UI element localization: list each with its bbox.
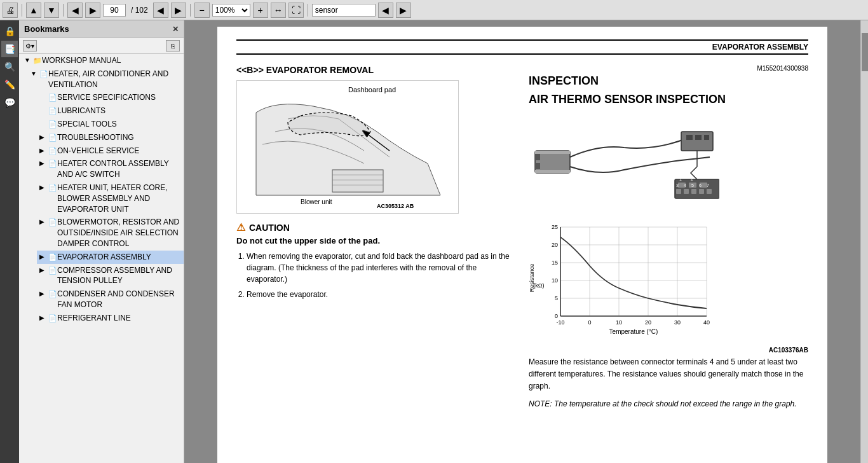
sidebar-icon-search[interactable]: 🔍 [1, 59, 18, 75]
tree-item-heater-unit[interactable]: ▶ 📄 HEATER UNIT, HEATER CORE, BLOWER ASS… [37, 181, 184, 216]
scrollbar-thumb[interactable] [862, 33, 868, 71]
svg-rect-20 [676, 189, 681, 194]
page-back-button[interactable]: ◀ [153, 3, 168, 18]
tree-label-on-vehicle: ON-VEHICLE SERVICE [57, 146, 181, 156]
tree-icon-troubleshooting: 📄 [48, 133, 57, 142]
left-column: <<B>> EVAPORATOR REMOVAL Dashboard pad [236, 65, 516, 410]
sidebar-icon-bookmarks[interactable]: 📑 [1, 41, 18, 57]
forward-button[interactable]: ▼ [44, 3, 59, 18]
svg-text:Blower unit: Blower unit [301, 198, 332, 205]
svg-rect-10 [535, 151, 570, 154]
bookmarks-header: Bookmarks ✕ [19, 20, 184, 38]
sensor-title: AIR THERMO SENSOR INSPECTION [529, 93, 808, 106]
inspection-title: INSPECTION [529, 74, 808, 88]
zoom-in-button[interactable]: + [253, 3, 268, 18]
tree-expand-condenser: ▶ [39, 289, 48, 298]
svg-text:1: 1 [679, 177, 682, 181]
svg-rect-15 [704, 135, 709, 140]
tree-item-troubleshooting[interactable]: ▶ 📄 TROUBLESHOOTING [37, 131, 184, 144]
fit-width-button[interactable]: ↔ [271, 3, 286, 18]
bookmarks-panel: Bookmarks ✕ ⚙▾ ⎘ ▼ 📁 WORKSHOP MANUAL ▼ 📄… [19, 20, 184, 463]
tree-item-heater[interactable]: ▼ 📄 HEATER, AIR CONDITIONER AND VENTILAT… [28, 67, 184, 92]
nav-prev-button[interactable]: ◀ [67, 3, 83, 18]
right-column: M1552014300938 INSPECTION AIR THERMO SEN… [529, 65, 808, 410]
note-text: NOTE: The temperature at the check shoul… [529, 398, 808, 410]
page-content: EVAPORATOR ASSEMBLY <<B>> EVAPORATOR REM… [217, 27, 827, 463]
nav-next-button[interactable]: ▶ [85, 3, 100, 18]
tree-icon-special-tools: 📄 [48, 120, 57, 129]
sidebar-icon-annotations[interactable]: ✏️ [1, 76, 18, 93]
bookmarks-title: Bookmarks [24, 24, 69, 34]
tree-label-condenser: CONDENSER AND CONDENSER FAN MOTOR [57, 289, 181, 310]
svg-rect-22 [691, 189, 696, 194]
svg-text:AC305312 AB: AC305312 AB [377, 203, 414, 209]
svg-text:25: 25 [552, 224, 558, 230]
tree-label-heater-control: HEATER CONTROL ASSEMBLY AND A/C SWITCH [57, 158, 181, 180]
tree-item-service-spec[interactable]: 📄 SERVICE SPECIFICATIONS [37, 91, 184, 104]
search-next-button[interactable]: ▶ [396, 3, 411, 18]
step-1: When removing the evaporator, cut and fo… [247, 251, 516, 285]
svg-text:-10: -10 [556, 319, 564, 326]
svg-text:5: 5 [555, 295, 558, 301]
svg-text:7: 7 [707, 183, 709, 188]
search-prev-button[interactable]: ◀ [378, 3, 393, 18]
tree-label-service-spec: SERVICE SPECIFICATIONS [57, 92, 181, 103]
svg-text:6: 6 [699, 183, 702, 188]
tree-item-blower[interactable]: ▶ 📄 BLOWERMOTOR, RESISTOR AND OUTSIDE/IN… [37, 216, 184, 250]
tree-item-refrigerant[interactable]: ▶ 📄 REFRIGERANT LINE [37, 312, 184, 325]
caution-title: ⚠ CAUTION [236, 221, 516, 233]
panel-close-button[interactable]: ✕ [172, 25, 179, 34]
tree-icon-heater: 📄 [39, 69, 48, 79]
tree-expand-heater-control: ▶ [39, 159, 48, 168]
tree-icon-blower: 📄 [48, 218, 57, 227]
page-input[interactable]: 90 [103, 4, 126, 17]
tree-expand-heater: ▼ [31, 69, 39, 78]
tree-item-special-tools[interactable]: 📄 SPECIAL TOOLS [37, 118, 184, 131]
zoom-out-button[interactable]: − [194, 3, 210, 18]
fit-page-button[interactable]: ⛶ [288, 3, 304, 18]
page-total: / 102 [128, 6, 151, 15]
tree-item-workshop[interactable]: ▼ 📁 WORKSHOP MANUAL [19, 54, 184, 67]
sidebar-icon-lock[interactable]: 🔒 [1, 23, 18, 39]
tree-icon-lubricants: 📄 [48, 106, 57, 116]
tree-item-condenser[interactable]: ▶ 📄 CONDENSER AND CONDENSER FAN MOTOR [37, 287, 184, 312]
page-header: EVAPORATOR ASSEMBLY [236, 39, 808, 55]
tree-label-special-tools: SPECIAL TOOLS [57, 119, 181, 130]
svg-rect-11 [535, 170, 570, 173]
tree-expand-workshop: ▼ [24, 56, 33, 65]
tree-expand-heater-unit: ▶ [39, 183, 48, 192]
svg-text:20: 20 [552, 242, 558, 248]
zoom-select[interactable]: 100% 75% 150% [212, 4, 250, 17]
sidebar-icon-comments[interactable]: 💬 [1, 94, 18, 111]
print-button[interactable]: 🖨 [3, 3, 18, 18]
tree-item-evaporator[interactable]: ▶ 📄 EVAPORATOR ASSEMBLY [37, 251, 184, 264]
svg-text:20: 20 [645, 319, 651, 326]
tree-item-lubricants[interactable]: 📄 LUBRICANTS [37, 104, 184, 118]
page-fwd-button[interactable]: ▶ [171, 3, 186, 18]
tree-icon-service-spec: 📄 [48, 93, 57, 102]
step-2: Remove the evaporator. [247, 289, 516, 300]
tree-item-heater-control[interactable]: ▶ 📄 HEATER CONTROL ASSEMBLY AND A/C SWIT… [37, 157, 184, 181]
tree-icon-heater-control: 📄 [48, 159, 57, 169]
tree-label-evaporator: EVAPORATOR ASSEMBLY [57, 252, 181, 263]
right-scrollbar[interactable] [860, 20, 868, 463]
tree-item-on-vehicle[interactable]: ▶ 📄 ON-VEHICLE SERVICE [37, 144, 184, 158]
svg-text:10: 10 [616, 319, 622, 326]
tree-expand-troubleshooting: ▶ [39, 133, 48, 142]
svg-text:2: 2 [691, 177, 693, 181]
svg-rect-32 [560, 227, 707, 316]
bookmarks-export-button[interactable]: ⎘ [166, 40, 180, 52]
back-button[interactable]: ▲ [26, 3, 41, 18]
page-header-title: EVAPORATOR ASSEMBLY [712, 43, 808, 52]
main-area: 🔒 📑 🔍 ✏️ 💬 Bookmarks ✕ ⚙▾ ⎘ ▼ 📁 WORKSHOP… [0, 20, 868, 463]
bookmarks-settings-button[interactable]: ⚙▾ [23, 40, 37, 52]
evap-section-title: <<B>> EVAPORATOR REMOVAL [236, 65, 516, 75]
evaporator-diagram: Dashboard pad [236, 80, 459, 214]
search-input[interactable] [312, 4, 376, 17]
tree-item-compressor[interactable]: ▶ 📄 COMPRESSOR ASSEMBLY AND TENSION PULL… [37, 264, 184, 288]
steps-list: When removing the evaporator, cut and fo… [236, 251, 516, 300]
graph-fig-id: AC103376AB [529, 347, 808, 354]
tree-icon-compressor: 📄 [48, 266, 57, 275]
svg-text:10: 10 [552, 277, 558, 284]
inspection-id: M1552014300938 [529, 65, 808, 72]
